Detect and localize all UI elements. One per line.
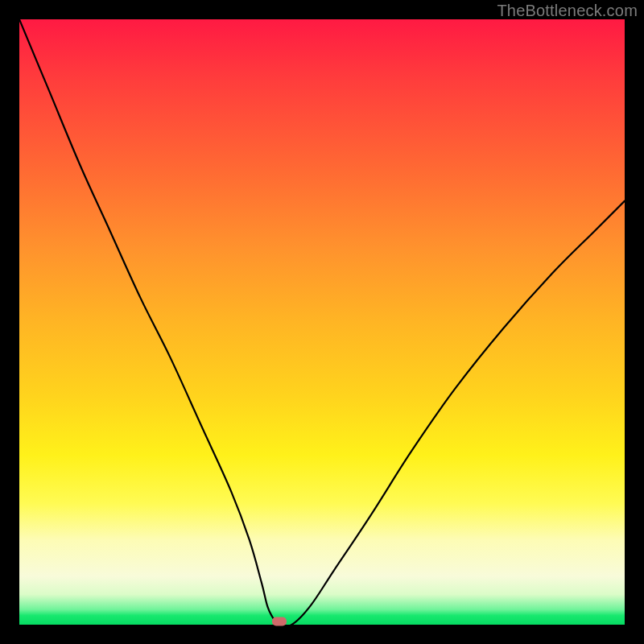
plot-area [19, 19, 625, 625]
bottleneck-curve [19, 19, 625, 625]
chart-frame: TheBottleneck.com [0, 0, 644, 644]
watermark-text: TheBottleneck.com [497, 2, 638, 20]
optimal-point-marker [272, 617, 287, 626]
